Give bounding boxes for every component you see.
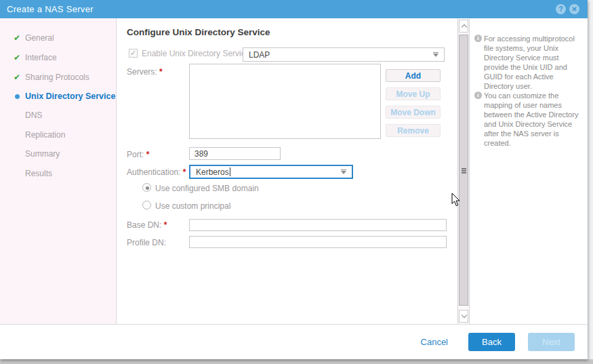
background-page-strip [588,0,593,359]
step-label: DNS [25,110,42,120]
chevron-down-icon [461,312,466,318]
authentication-combobox[interactable]: Kerberos [189,165,353,179]
scroll-up-button[interactable] [459,20,468,33]
step-label: Sharing Protocols [25,73,89,82]
required-asterisk: * [146,150,150,159]
port-label: Port: * [127,150,149,159]
chevron-down-icon [433,54,438,57]
step-label: Summary [25,149,60,159]
help-icon[interactable]: ? [556,4,566,14]
help-panel: i For accessing multiprotocol file syste… [470,18,588,324]
next-button[interactable]: Next [528,333,575,351]
close-icon[interactable]: ✕ [569,4,579,14]
move-up-button[interactable]: Move Up [386,87,441,100]
base-dn-input[interactable] [189,219,447,231]
port-input[interactable] [189,147,281,160]
text-caret [230,167,230,176]
required-asterisk: * [159,67,163,77]
help-note: i For accessing multiprotocol file syste… [474,34,584,91]
profile-dn-label: Profile DN: [127,238,166,247]
required-asterisk: * [164,220,167,230]
back-button[interactable]: Back [468,333,515,351]
base-dn-label: Base DN: * [127,220,167,230]
remove-button[interactable]: Remove [386,124,441,137]
cancel-button[interactable]: Cancel [421,337,448,347]
authentication-label: Authentication: * [127,167,186,177]
step-replication[interactable]: Replication [0,129,116,141]
add-button[interactable]: Add [386,69,441,82]
help-note-text: You can customize the mapping of user na… [484,91,584,148]
step-dns[interactable]: DNS [0,110,116,121]
move-down-button[interactable]: Move Down [386,106,441,119]
info-icon: i [474,35,482,42]
directory-type-value: LDAP [249,50,270,60]
scrollbar-thumb[interactable] [459,35,468,306]
help-note-text: For accessing multiprotocol file systems… [484,34,584,91]
authentication-value: Kerberos [196,167,229,177]
use-configured-smb-domain-label: Use configured SMB domain [155,184,259,193]
scroll-down-button[interactable] [459,310,468,323]
profile-dn-input[interactable] [189,236,447,248]
unix-directory-service-form: Configure Unix Directory Service ✓ Enabl… [117,18,457,324]
bullet-icon [15,94,20,99]
step-general[interactable]: ✔ General [0,33,116,44]
wizard-steps-sidebar: ✔ General ✔ Interface ✔ Sharing Protocol… [0,18,117,324]
page-title: Configure Unix Directory Service [127,27,270,37]
enable-unix-directory-label: Enable Unix Directory Service [142,49,249,58]
check-icon: ✔ [14,33,23,43]
step-label: Unix Directory Service [25,92,115,101]
dialog-title: Create a NAS Server [7,4,94,14]
step-summary[interactable]: Summary [0,148,116,160]
step-label: Results [25,169,52,178]
use-custom-principal-label: Use custom principal [155,201,230,211]
servers-label: Servers: * [127,67,163,77]
use-configured-smb-domain-radio[interactable] [142,183,151,192]
step-label: Interface [25,53,57,62]
chevron-up-icon [461,24,466,30]
servers-listbox[interactable] [189,64,381,139]
step-sharing-protocols[interactable]: ✔ Sharing Protocols [0,72,116,83]
step-label: General [25,33,54,43]
step-unix-directory-service[interactable]: Unix Directory Service [0,91,116,102]
dialog-footer: Cancel Back Next [0,324,588,359]
scrollbar-grip-icon [462,170,466,171]
help-note: i You can customize the mapping of user … [474,91,584,148]
check-icon: ✔ [14,53,23,62]
use-custom-principal-radio[interactable] [142,201,151,209]
step-label: Replication [25,130,65,140]
dialog-titlebar: Create a NAS Server ? ✕ [0,0,588,18]
step-interface[interactable]: ✔ Interface [0,52,116,64]
enable-unix-directory-checkbox[interactable]: ✓ [129,49,138,58]
chevron-down-icon [341,171,346,174]
directory-type-select[interactable]: LDAP [243,47,445,62]
required-asterisk: * [183,167,186,177]
vertical-scrollbar[interactable] [457,18,470,324]
create-nas-server-dialog: Create a NAS Server ? ✕ ✔ General ✔ Inte… [0,0,588,359]
info-icon: i [474,92,482,99]
check-icon: ✔ [14,73,23,82]
step-results[interactable]: Results [0,168,116,180]
